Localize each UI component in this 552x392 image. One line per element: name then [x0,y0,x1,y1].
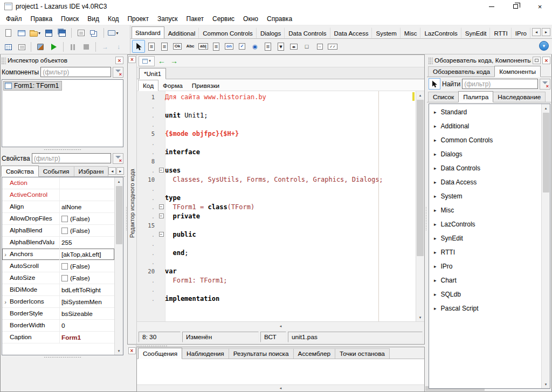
property-row[interactable]: CaptionForm1 [2,332,114,343]
property-value[interactable]: [biSystemMen [60,296,114,307]
pause-button[interactable] [66,41,79,53]
property-row[interactable]: ›Anchors[akTop,akLeft] [2,249,114,260]
palette-tab[interactable]: Misc [401,27,421,38]
code-line[interactable]: 5{$mode objfpc}{$H+} [137,129,416,138]
menu-item[interactable]: Вид [83,13,104,25]
code-line[interactable]: .interface [137,147,416,156]
component-tree[interactable]: Form1: TForm1 [2,79,123,147]
property-value[interactable]: bsSizeable [60,308,114,319]
checkbox-unchecked-icon[interactable] [61,216,68,222]
code-line[interactable]: . [137,101,416,111]
palette-category-item[interactable]: ▸Data Controls [429,161,541,175]
property-row[interactable]: BorderStylebsSizeable [2,308,114,320]
palette-scroll-right-button[interactable]: ▸ [542,28,550,36]
editor-window-list-button[interactable]: ▾ [139,56,155,66]
code-line[interactable]: . [137,239,416,248]
menu-item[interactable]: Поиск [57,13,83,25]
property-row[interactable]: BiDiModebdLeftToRight [2,284,114,296]
inspector-splitter[interactable] [0,148,125,152]
component-tlistbox[interactable]: ≡ [261,40,274,53]
messages-close-button[interactable]: × [128,347,136,354]
code-line[interactable]: 15 [137,221,416,230]
expand-arrow-icon[interactable]: ▸ [434,137,437,143]
components-filter-clear-button[interactable] [113,67,123,78]
property-value[interactable]: 0 [60,320,114,331]
show-code-button[interactable] [15,41,28,53]
jump-back-button[interactable]: ← [156,56,167,66]
property-value[interactable] [60,189,114,201]
code-line[interactable]: 10 Classes, SysUtils, Forms, Controls, G… [137,175,416,184]
component-tedit[interactable]: ab| [197,40,210,53]
component-tgroupbox[interactable]: □ [300,40,313,53]
code-line[interactable]: . [137,285,416,294]
properties-filter-clear-button[interactable] [113,153,123,164]
right-view-tab[interactable]: Палитра [458,91,493,102]
fold-marker-icon[interactable]: − [159,214,164,218]
property-value[interactable] [60,177,114,189]
component-tcheckgroup[interactable]: ✓✓ [326,40,339,53]
save-all-button[interactable] [56,27,68,39]
palette-tab[interactable]: Data Access [330,27,372,38]
property-row[interactable]: AlphaBlendValu255 [2,237,114,249]
new-form-button[interactable] [15,27,28,39]
menu-item[interactable]: Код [104,13,123,25]
editor-view-tab[interactable]: Форма [158,80,188,91]
property-row[interactable]: AutoSize(False) [2,272,114,284]
scroll-up-button[interactable]: ▴ [416,91,424,99]
editor-messages-splitter[interactable] [127,345,425,347]
palette-category-item[interactable]: ▸Additional [429,119,541,133]
run-button[interactable] [47,41,60,53]
code-explorer-close-button[interactable]: × [542,57,550,64]
code-explorer-header[interactable]: Обозреватель кода, Компоненты × [427,54,552,65]
expand-arrow-icon[interactable]: ▸ [434,109,437,115]
expand-arrow-icon[interactable]: ▸ [434,222,437,227]
property-row[interactable]: BorderWidth0 [2,320,114,332]
component-tlabel[interactable]: Abc [184,40,197,53]
code-line[interactable]: . [137,120,416,129]
inspector-tab[interactable]: События [38,166,74,176]
fold-marker-icon[interactable]: − [159,232,164,237]
menu-item[interactable]: Справка [263,13,296,25]
editor-vertical-scrollbar[interactable]: ▴ ▾ [416,91,424,321]
property-expander-icon[interactable]: › [2,249,9,260]
palette-tab[interactable]: Common Controls [199,27,257,38]
stop-button[interactable] [80,41,93,53]
palette-category-item[interactable]: ▸Chart [429,273,541,287]
messages-tab[interactable]: Точки останова [335,348,390,359]
palette-category-item[interactable]: ▸System [429,189,541,203]
palette-tab[interactable]: RTTI [490,27,511,38]
list-scrollbar[interactable]: ▴ ▾ [541,104,550,388]
palette-category-item[interactable]: ▸SQLdb [429,287,541,301]
expand-arrow-icon[interactable]: ▸ [434,278,437,283]
expand-arrow-icon[interactable]: ▸ [434,264,437,269]
component-tscrollbar[interactable]: ◂▸ [287,40,300,53]
property-row[interactable]: AutoScroll(False) [2,260,114,272]
build-mode-button[interactable]: ▾ [107,27,120,39]
drag-grip[interactable] [428,57,433,65]
code-line[interactable]: . [137,184,416,193]
scroll-up-button[interactable]: ▴ [542,104,550,112]
palette-tab[interactable]: Additional [164,27,199,38]
properties-filter-input[interactable] [32,153,111,163]
build-button[interactable] [34,41,47,53]
property-value[interactable]: bdLeftToRight [60,284,114,295]
property-expander-icon[interactable]: › [2,296,9,307]
menu-item[interactable]: Проект [123,13,153,25]
selection-tool-button[interactable] [429,78,440,90]
expand-arrow-icon[interactable]: ▸ [434,152,437,157]
property-row[interactable]: AlphaBlend(False) [2,225,114,237]
code-line[interactable]: . end; [137,248,416,257]
palette-tab[interactable]: System [372,27,400,38]
expand-arrow-icon[interactable]: ▸ [434,166,437,171]
menu-item[interactable]: Сервис [208,13,239,25]
scrollbar-thumb[interactable] [116,186,122,244]
code-line[interactable]: .type [137,193,416,202]
expand-arrow-icon[interactable]: ▸ [434,236,437,241]
left-vertical-splitter[interactable] [125,54,127,392]
messages-tab[interactable]: Наблюдения [182,348,229,359]
object-inspector-header[interactable]: Инспектор объектов × [0,54,125,65]
component-tcombobox[interactable]: ▾ [274,40,287,53]
scrollbar-thumb[interactable] [417,100,424,256]
step-into-button[interactable]: ↓ [112,41,125,53]
find-filter-input[interactable] [462,79,538,89]
